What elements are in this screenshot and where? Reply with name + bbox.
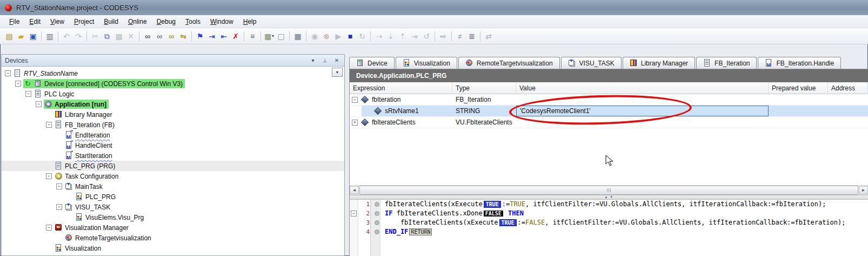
tree-expand-toggle[interactable]: − [46, 122, 52, 128]
tree-item-visualization[interactable]: Visualization [2, 243, 344, 253]
menu-help[interactable]: Help [238, 16, 262, 27]
tree-item-enditeration[interactable]: ↱EndIteration [2, 130, 344, 140]
watch-display-mode-button[interactable]: ≣ [466, 30, 478, 42]
code-line-3[interactable]: 3 fbIterateClients(xExecuteTRUE:=FALSE, … [350, 218, 868, 227]
prepared-value-cell[interactable] [769, 94, 828, 105]
menu-online[interactable]: Online [123, 16, 152, 27]
tab-fb-iteration-handle[interactable]: FB_Iteration.Handle [758, 57, 841, 69]
value-cell[interactable]: 'CodesysRemoteClient1' [516, 106, 769, 116]
tree-item-maintask[interactable]: −MainTask [2, 181, 344, 192]
single-cycle-button[interactable]: ↻ [356, 30, 368, 42]
column-header-expression[interactable]: Expression [350, 82, 452, 94]
breakpoint-margin[interactable] [372, 229, 382, 234]
tree-expand-toggle[interactable]: − [36, 101, 42, 107]
menu-tools[interactable]: Tools [181, 16, 205, 27]
menu-debug[interactable]: Debug [152, 16, 181, 27]
tab-device[interactable]: Device [349, 57, 395, 69]
flow-control-button[interactable]: ≠ [454, 30, 466, 42]
step-into-button[interactable]: ⇣ [385, 30, 397, 42]
login-button[interactable]: ◉ [309, 30, 321, 42]
watch-expand-toggle[interactable]: + [352, 120, 358, 126]
devices-tree-dropdown-button[interactable]: ▼ [332, 68, 343, 77]
expression-cell[interactable]: −fbIteration [350, 94, 452, 105]
open-project-button[interactable]: ▰ [15, 30, 27, 42]
menu-build[interactable]: Build [99, 16, 123, 27]
code-line-2[interactable]: −2IF fbIterateClients.xDoneFALSE THEN [350, 209, 868, 218]
new-object-button[interactable]: ▦▾ [263, 30, 275, 42]
devices-tree[interactable]: ▼ −RTV_StationName−↻Device [connected] (… [2, 67, 344, 255]
breakpoint-margin[interactable] [372, 211, 382, 216]
title-bar[interactable]: RTV_StationName.project - CODESYS [0, 0, 868, 16]
tree-item-fb-iteration-fb[interactable]: −FB_Iteration (FB) [2, 120, 344, 130]
paste-button[interactable]: ▦ [113, 30, 125, 42]
fold-margin[interactable]: − [350, 211, 358, 216]
watch-row-fbiterateclients[interactable]: +fbIterateClientsVU.FbIterateClients [350, 117, 868, 128]
find-in-project-button[interactable]: ∞ [165, 30, 177, 42]
new-project-button[interactable]: ▤ [3, 30, 15, 42]
print-button[interactable]: ▥ [44, 30, 56, 42]
column-header-value[interactable]: Value [516, 82, 769, 94]
start-button[interactable]: ▶ [332, 30, 344, 42]
menu-window[interactable]: Window [205, 16, 238, 27]
column-header-type[interactable]: Type [452, 82, 516, 94]
menu-file[interactable]: File [4, 16, 24, 27]
expression-cell[interactable]: +fbIterateClients [350, 117, 452, 128]
panel-close-button[interactable]: ✕ [332, 57, 341, 64]
properties-button[interactable]: ≡ [246, 30, 258, 42]
value-edit-box[interactable]: 'CodesysRemoteClient1' [516, 106, 769, 116]
scroll-left-button[interactable]: ◄ [350, 186, 359, 194]
expression-cell[interactable]: sRtvName1 [350, 106, 452, 116]
tree-expand-toggle[interactable]: − [15, 81, 21, 87]
scroll-right-button[interactable]: ► [859, 186, 868, 194]
menu-project[interactable]: Project [69, 16, 99, 27]
menu-edit[interactable]: Edit [24, 16, 45, 27]
panel-pin-button[interactable]: ⊥ [321, 57, 329, 64]
horizontal-scrollbar[interactable]: ◄ ► [350, 185, 868, 195]
tree-expand-toggle[interactable]: − [46, 225, 52, 231]
run-to-cursor-button[interactable]: ⇥ [409, 30, 420, 42]
value-cell[interactable] [516, 117, 769, 128]
scrollbar-thumb[interactable] [359, 186, 858, 195]
tree-item-startiteration[interactable]: ↱StartIteration [2, 150, 344, 161]
editor-splitter[interactable]: ▲▼ [350, 195, 868, 200]
prepared-value-cell[interactable] [769, 117, 828, 128]
tree-item-plc-logic[interactable]: −PLC Logic [2, 89, 344, 99]
save-button[interactable]: ▣ [27, 30, 39, 42]
tree-expand-toggle[interactable]: − [46, 173, 52, 179]
bookmark-next-button[interactable]: ⇥ [206, 30, 218, 42]
tree-item-visuelems-visu-prg[interactable]: VisuElems.Visu_Prg [2, 212, 344, 222]
tree-item-plc-prg-prg[interactable]: PLC_PRG (PRG) [2, 161, 344, 171]
tree-expand-toggle[interactable]: − [5, 70, 11, 76]
incremental-search-button[interactable]: ∞ [153, 30, 165, 42]
bookmarks-clear-button[interactable]: ✗ [230, 30, 242, 42]
tree-expand-toggle[interactable]: − [56, 204, 62, 210]
step-over-button[interactable]: ⇢ [373, 30, 385, 42]
logout-button[interactable]: ⊗ [321, 30, 332, 42]
tree-item-remotetargetvisualization[interactable]: RemoteTargetvisualization [2, 233, 344, 243]
undo-button[interactable]: ↶ [61, 30, 72, 42]
prepared-value-cell[interactable] [769, 106, 828, 116]
tree-item-task-configuration[interactable]: −Task Configuration [2, 171, 344, 181]
value-cell[interactable] [516, 94, 769, 105]
code-editor[interactable]: 1fbIterateClients(xExecuteTRUE:=TRUE, it… [350, 200, 868, 256]
tree-expand-toggle[interactable]: − [56, 183, 62, 189]
tree-expand-toggle[interactable]: − [25, 91, 31, 97]
menu-view[interactable]: View [45, 16, 69, 27]
column-header-prepared-value[interactable]: Prepared value [769, 82, 828, 94]
tree-item-handleclient[interactable]: ↱HandleClient [2, 140, 344, 150]
new-file-button[interactable]: ▢ [275, 30, 287, 42]
cut-button[interactable]: ✂ [89, 30, 101, 42]
code-line-4[interactable]: 4END_IFRETURN [350, 227, 868, 237]
breakpoint-margin[interactable] [372, 220, 382, 225]
reset-warm-button[interactable]: ↺ [420, 30, 432, 42]
tree-item-application-run[interactable]: −Application [run] [2, 99, 344, 109]
watch-row-fbiteration[interactable]: −fbIterationFB_Iteration [350, 94, 868, 106]
stop-button[interactable]: ■ [344, 30, 356, 42]
tab-fb-iteration[interactable]: FB_Iteration [696, 57, 757, 69]
tree-item-library-manager[interactable]: Library Manager [2, 109, 344, 120]
redo-button[interactable]: ↷ [72, 30, 84, 42]
find-button[interactable]: ∞ [142, 30, 153, 42]
watch-expand-toggle[interactable]: − [352, 97, 358, 103]
tab-visu-task[interactable]: VISU_TASK [561, 57, 622, 69]
copy-button[interactable]: ⧉ [101, 30, 113, 42]
